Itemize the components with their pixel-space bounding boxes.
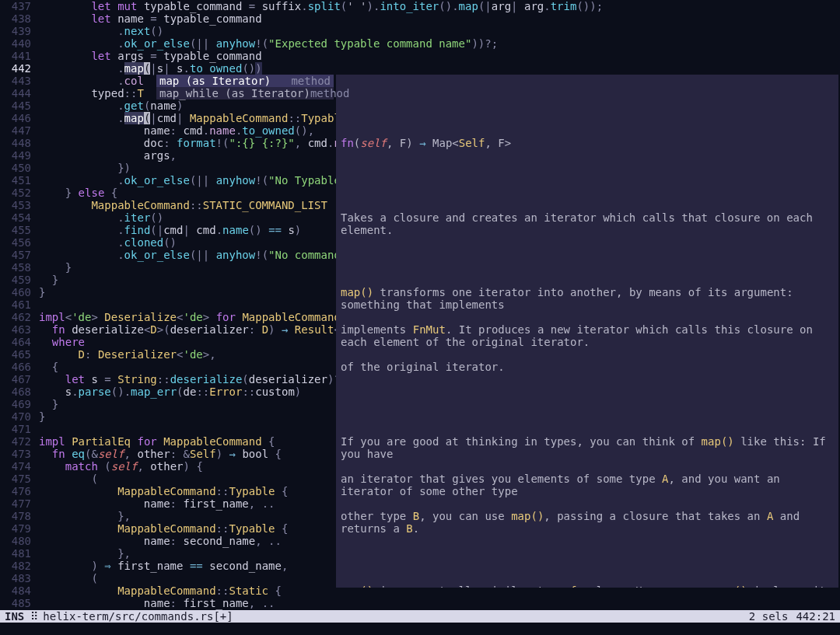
line-number: 482: [0, 560, 31, 572]
line-number: 462: [0, 311, 31, 323]
line-number: 439: [0, 25, 31, 37]
code-line[interactable]: .next(): [39, 25, 603, 37]
line-number: 475: [0, 473, 31, 485]
code-line[interactable]: let name = typable_command: [39, 12, 603, 25]
line-number: 484: [0, 584, 31, 597]
line-number: 481: [0, 547, 31, 560]
code-line[interactable]: .ok_or_else(|| anyhow!("Expected typable…: [39, 37, 603, 50]
line-number: 474: [0, 460, 31, 473]
line-number-gutter: 4374384394404414424434444454464474484494…: [0, 0, 34, 609]
line-number: 448: [0, 137, 31, 149]
line-number: 454: [0, 211, 31, 224]
autocomplete-popup[interactable]: map (as Iterator)methodmap_while (as Ite…: [156, 75, 334, 99]
line-number: 476: [0, 485, 31, 497]
line-number: 469: [0, 398, 31, 410]
doc-paragraph: map() transforms one iterator into anoth…: [341, 286, 834, 298]
status-bar: INS ⠿ helix-term/src/commands.rs[+] 2 se…: [0, 610, 840, 623]
line-number: 466: [0, 361, 31, 373]
line-number: 438: [0, 12, 31, 25]
file-path: helix-term/src/commands.rs[+]: [43, 610, 233, 623]
doc-paragraph: map() is conceptually similar to a for l…: [341, 584, 834, 588]
doc-paragraph: Takes a closure and creates an iterator …: [341, 211, 834, 224]
line-number: 467: [0, 373, 31, 386]
autocomplete-item[interactable]: map_while (as Iterator)method: [156, 87, 334, 99]
autocomplete-item[interactable]: map (as Iterator)method: [156, 75, 334, 87]
line-number: 452: [0, 187, 31, 199]
code-line[interactable]: let mut typable_command = suffix.split('…: [39, 0, 603, 12]
line-number: 470: [0, 410, 31, 423]
doc-signature: fn(self, F) → Map<Self, F>: [341, 137, 834, 149]
line-number: 442: [0, 62, 31, 75]
line-number: 455: [0, 224, 31, 236]
line-number: 477: [0, 497, 31, 510]
line-number: 444: [0, 87, 31, 99]
code-line[interactable]: name: first_name, ..: [39, 597, 603, 609]
line-number: 445: [0, 99, 31, 112]
line-number: 437: [0, 0, 31, 12]
line-number: 446: [0, 112, 31, 124]
line-number: 483: [0, 572, 31, 584]
line-number: 460: [0, 286, 31, 298]
selection-count: 2 sels: [749, 610, 789, 623]
line-number: 451: [0, 174, 31, 187]
cursor-position: 442:21: [796, 610, 835, 623]
editor-mode: INS: [5, 610, 24, 623]
line-number: 485: [0, 597, 31, 609]
line-number: 471: [0, 423, 31, 435]
line-number: 458: [0, 261, 31, 274]
line-number: 463: [0, 323, 31, 336]
line-number: 480: [0, 535, 31, 547]
code-line[interactable]: let args = typable_command: [39, 50, 603, 62]
code-line[interactable]: .map(|s| s.to_owned()): [39, 62, 603, 75]
line-number: 464: [0, 336, 31, 348]
line-number: 457: [0, 249, 31, 261]
spinner-icon: ⠿: [30, 610, 37, 623]
line-number: 447: [0, 124, 31, 137]
line-number: 453: [0, 199, 31, 211]
editor-viewport[interactable]: 4374384394404414424434444454464474484494…: [0, 0, 840, 610]
documentation-panel: fn(self, F) → Map<Self, F> Takes a closu…: [336, 75, 838, 588]
line-number: 449: [0, 149, 31, 162]
line-number: 441: [0, 50, 31, 62]
line-number: 473: [0, 448, 31, 460]
line-number: 459: [0, 274, 31, 286]
doc-paragraph: If you are good at thinking in types, yo…: [341, 435, 834, 448]
line-number: 461: [0, 298, 31, 311]
line-number: 456: [0, 236, 31, 249]
line-number: 450: [0, 162, 31, 174]
line-number: 465: [0, 348, 31, 361]
line-number: 472: [0, 435, 31, 448]
line-number: 478: [0, 510, 31, 522]
line-number: 479: [0, 522, 31, 535]
line-number: 468: [0, 386, 31, 398]
line-number: 443: [0, 75, 31, 87]
line-number: 440: [0, 37, 31, 50]
